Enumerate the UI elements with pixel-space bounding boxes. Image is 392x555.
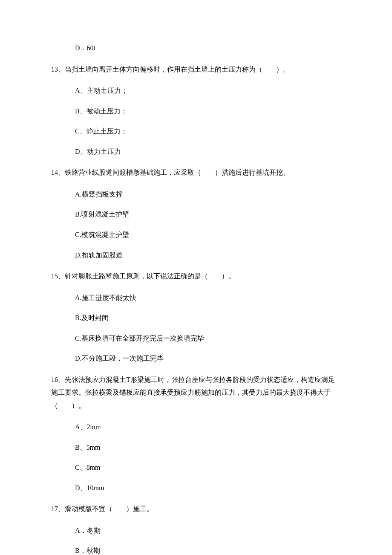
q16-option-d: D、10mm xyxy=(51,483,341,494)
q17-option-b: B．秋期 xyxy=(51,545,341,555)
q13-option-c: C、静止土压力； xyxy=(51,126,341,137)
q17-stem: 17、滑动模版不宜（ ）施工。 xyxy=(51,503,341,515)
q15-option-c: C.基床换填可在全部开挖完后一次换填完毕 xyxy=(51,333,341,344)
q14-stem: 14、铁路营业线股道间渡槽墩基础施工，应采取（ ）措施后进行基坑开挖。 xyxy=(51,166,341,179)
q15-option-b: B.及时封闭 xyxy=(51,312,341,324)
q14-option-d: D.扣轨加固股道 xyxy=(51,250,341,261)
q16-option-a: A、2mm xyxy=(51,422,341,433)
q16-option-c: C、8mm xyxy=(51,462,341,473)
q13-option-b: B、被动土压力； xyxy=(51,106,341,117)
q12-option-d: D．60t xyxy=(51,43,341,54)
q16-stem: 16、先张法预应力混凝土T形梁施工时，张拉台座应与张拉各阶段的受力状态适应，构造… xyxy=(51,373,341,412)
q15-option-a: A.施工进度不能太快 xyxy=(51,292,341,304)
q14-option-a: A.横竖挡板支撑 xyxy=(51,189,341,200)
q14-option-c: C.模筑混凝土护壁 xyxy=(51,229,341,240)
q17-option-a: A．冬期 xyxy=(51,525,341,536)
q13-stem: 13、当挡土墙向离开土体方向偏移时，作用在挡土墙上的土压力称为（ ）。 xyxy=(51,63,341,76)
q13-option-a: A、主动土压力； xyxy=(51,85,341,96)
q14-option-b: B.喷射混凝土护壁 xyxy=(51,209,341,220)
q15-option-d: D.不分施工段，一次施工完毕 xyxy=(51,353,341,364)
q13-option-d: D、动力土压力 xyxy=(51,146,341,157)
q15-stem: 15、针对膨胀土路堑施工原则，以下说法正确的是（ ）。 xyxy=(51,270,341,283)
q16-option-b: B、5mm xyxy=(51,442,341,453)
